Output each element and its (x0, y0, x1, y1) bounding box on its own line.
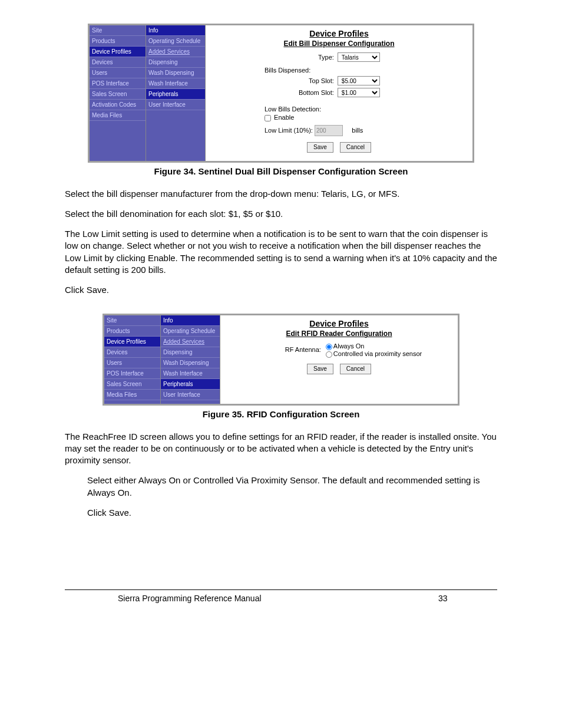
nav-item-wash-interface[interactable]: Wash Interface (146, 78, 205, 89)
nav-col-1: SiteProductsDevice ProfilesDevicesUsersP… (90, 25, 146, 161)
panel-subtitle: Edit Bill Dispenser Configuration (211, 39, 467, 48)
content-panel: Device Profiles Edit RFID Reader Configu… (220, 315, 458, 403)
nav-item-site[interactable]: Site (104, 315, 160, 326)
nav-item-added-services[interactable]: Added Services (146, 47, 205, 57)
fig35-screenshot: SiteProductsDevice ProfilesDevicesUsersP… (103, 314, 459, 405)
low-bills-label: Low Bills Detection: (265, 106, 467, 113)
nav-item-products[interactable]: Products (104, 326, 160, 337)
page-footer: Sierra Programming Reference Manual 33 (65, 589, 497, 603)
low-limit-suffix: bills (352, 127, 363, 134)
nav-item-peripherals[interactable]: Peripherals (146, 89, 205, 100)
figure35-caption: Figure 35. RFID Configuration Screen (65, 409, 497, 419)
bills-dispensed-label: Bills Dispensed: (265, 67, 467, 74)
nav-item-dispensing[interactable]: Dispensing (161, 347, 220, 358)
footer-page-number: 33 (438, 594, 497, 603)
cancel-button[interactable]: Cancel (340, 142, 371, 153)
always-on-label: Always On (333, 342, 365, 350)
fig34-screenshot: SiteProductsDevice ProfilesDevicesUsersP… (88, 24, 474, 163)
nav-item-added-services[interactable]: Added Services (161, 337, 220, 347)
nav-item-wash-interface[interactable]: Wash Interface (161, 368, 220, 379)
nav-item-wash-dispensing[interactable]: Wash Dispensing (146, 68, 205, 78)
bottom-slot-label: Bottom Slot: (211, 89, 338, 96)
content-panel: Device Profiles Edit Bill Dispenser Conf… (206, 25, 472, 161)
nav2-top[interactable]: Info (146, 25, 205, 36)
para-clicksave1: Click Save. (65, 284, 497, 296)
para-manufacturer: Select the bill dispenser manufacturer f… (65, 188, 497, 200)
cancel-button[interactable]: Cancel (340, 364, 371, 374)
panel-title: Device Profiles (211, 29, 467, 38)
para-clicksave2: Click Save. (87, 507, 497, 519)
proximity-label: Controlled via proximity sensor (333, 350, 422, 357)
proximity-radio[interactable] (326, 351, 332, 358)
nav-item-operating-schedule[interactable]: Operating Schedule (146, 36, 205, 47)
nav-item-device-profiles[interactable]: Device Profiles (90, 47, 146, 57)
para-reachfree: The ReachFree ID screen allows you to de… (65, 431, 497, 467)
bottom-slot-select[interactable]: $1.00 (338, 88, 380, 97)
type-label: Type: (211, 54, 338, 61)
nav-item-user-interface[interactable]: User Interface (146, 100, 205, 110)
nav-item-media-files[interactable]: Media Files (90, 110, 146, 121)
nav-item-user-interface[interactable]: User Interface (161, 390, 220, 400)
nav-item-users[interactable]: Users (104, 358, 160, 368)
panel-title: Device Profiles (226, 319, 452, 328)
para-select-mode: Select either Always On or Controlled Vi… (87, 475, 497, 499)
nav-item-activation-codes[interactable]: Activation Codes (90, 100, 146, 110)
para-lowlimit: The Low Limit setting is used to determi… (65, 228, 497, 276)
nav-item-users[interactable]: Users (90, 68, 146, 78)
nav-item-devices[interactable]: Devices (104, 347, 160, 358)
nav-col-2: Info Operating ScheduleAdded ServicesDis… (161, 315, 220, 403)
nav-item-wash-dispensing[interactable]: Wash Dispensing (161, 358, 220, 368)
nav-col-2: Info Operating ScheduleAdded ServicesDis… (146, 25, 206, 161)
para-denomination: Select the bill denomination for each sl… (65, 208, 497, 220)
nav-item-sales-screen[interactable]: Sales Screen (104, 379, 160, 390)
top-slot-label: Top Slot: (211, 77, 338, 84)
rf-antenna-label: RF Antenna: (226, 342, 326, 357)
nav-item-device-profiles[interactable]: Device Profiles (104, 337, 160, 347)
nav2-top[interactable]: Info (161, 315, 220, 326)
nav-item-products[interactable]: Products (90, 36, 146, 47)
save-button[interactable]: Save (307, 142, 333, 153)
nav-item-devices[interactable]: Devices (90, 57, 146, 68)
low-limit-input[interactable] (315, 125, 343, 136)
footer-title: Sierra Programming Reference Manual (65, 594, 438, 603)
enable-checkbox[interactable] (265, 115, 271, 121)
enable-label: Enable (274, 114, 294, 121)
panel-subtitle: Edit RFID Reader Configuration (226, 330, 452, 338)
low-limit-label: Low Limit (10%): (265, 127, 313, 134)
nav-item-sales-screen[interactable]: Sales Screen (90, 89, 146, 100)
nav-col-1: SiteProductsDevice ProfilesDevicesUsersP… (104, 315, 161, 403)
nav-item-operating-schedule[interactable]: Operating Schedule (161, 326, 220, 337)
nav-item-peripherals[interactable]: Peripherals (161, 379, 220, 390)
nav-item-pos-interface[interactable]: POS Interface (90, 78, 146, 89)
nav-item-pos-interface[interactable]: POS Interface (104, 368, 160, 379)
nav-item-media-files[interactable]: Media Files (104, 390, 160, 400)
nav-item-site[interactable]: Site (90, 25, 146, 36)
save-button[interactable]: Save (307, 364, 333, 374)
top-slot-select[interactable]: $5.00 (338, 76, 380, 85)
type-select[interactable]: Talaris (338, 52, 380, 62)
nav-item-dispensing[interactable]: Dispensing (146, 57, 205, 68)
always-on-radio[interactable] (326, 344, 332, 350)
figure34-caption: Figure 34. Sentinel Dual Bill Dispenser … (65, 166, 497, 176)
